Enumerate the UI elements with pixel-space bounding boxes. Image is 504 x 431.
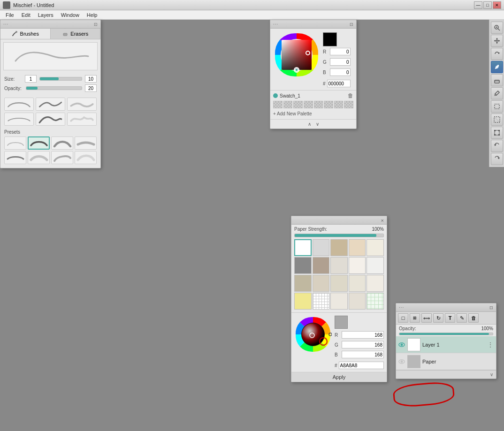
preset-8[interactable] bbox=[75, 151, 97, 164]
paper-layer-visibility[interactable] bbox=[398, 358, 405, 365]
preset-3[interactable] bbox=[51, 136, 73, 150]
paper-r-input[interactable] bbox=[342, 331, 384, 339]
hex-input[interactable] bbox=[327, 80, 351, 87]
canvas-area[interactable]: ··· ⊡ Brushes Erasers bbox=[0, 20, 504, 431]
texture-8[interactable] bbox=[330, 293, 348, 310]
layer-tool-move[interactable]: ⟺ bbox=[421, 313, 432, 323]
texture-light-tan[interactable] bbox=[349, 239, 366, 256]
preset-1[interactable] bbox=[4, 136, 26, 150]
texture-9[interactable] bbox=[349, 293, 366, 310]
preset-4[interactable] bbox=[75, 136, 97, 150]
stroke-sample-2[interactable] bbox=[36, 98, 65, 111]
layer-item-paper[interactable]: Paper bbox=[396, 353, 496, 370]
paper-color-wheel[interactable] bbox=[294, 316, 332, 353]
layers-opacity-slider[interactable] bbox=[399, 333, 493, 335]
layers-collapse-button[interactable]: ∨ bbox=[490, 372, 493, 377]
texture-7[interactable] bbox=[367, 275, 384, 292]
texture-speckled2[interactable] bbox=[313, 275, 330, 292]
preset-6[interactable] bbox=[28, 151, 50, 164]
layer-tool-rotate[interactable]: ↻ bbox=[433, 313, 443, 323]
opacity-input[interactable] bbox=[85, 84, 97, 92]
stroke-sample-4[interactable] bbox=[4, 113, 34, 126]
texture-6[interactable] bbox=[349, 275, 366, 292]
r-input[interactable] bbox=[330, 48, 351, 55]
tool-eraser-rt[interactable] bbox=[491, 74, 503, 86]
texture-dark-gray[interactable] bbox=[294, 257, 312, 274]
paper-strength-slider[interactable] bbox=[294, 234, 384, 237]
layer-tool-duplicate[interactable]: ⊠ bbox=[410, 313, 420, 323]
texture-grid-2[interactable] bbox=[367, 293, 384, 310]
swatch-delete-button[interactable]: 🗑 bbox=[348, 92, 353, 99]
tool-eyedropper[interactable] bbox=[491, 87, 503, 99]
menu-help[interactable]: Help bbox=[83, 11, 101, 19]
opacity-slider[interactable] bbox=[26, 86, 82, 90]
tool-rotate-canvas[interactable] bbox=[491, 48, 503, 60]
preset-2[interactable] bbox=[28, 136, 50, 150]
layer-1-more-button[interactable]: ⋮ bbox=[487, 341, 494, 348]
swatch-cell-7[interactable] bbox=[334, 101, 344, 108]
texture-medium-gray[interactable] bbox=[313, 257, 330, 274]
size-slider[interactable] bbox=[39, 77, 82, 81]
size-max-input[interactable] bbox=[85, 75, 97, 83]
layer-tool-text[interactable]: T bbox=[445, 313, 455, 323]
paper-panel-close-button[interactable]: × bbox=[381, 218, 384, 223]
swatch-cell-4[interactable] bbox=[304, 101, 313, 108]
texture-white[interactable] bbox=[294, 239, 312, 256]
swatch-cell-6[interactable] bbox=[324, 101, 333, 108]
texture-speckled[interactable] bbox=[330, 257, 348, 274]
swatch-cell-8[interactable] bbox=[344, 101, 353, 108]
stroke-sample-6[interactable] bbox=[67, 113, 97, 126]
preset-7[interactable] bbox=[51, 151, 73, 164]
add-palette-button[interactable]: + Add New Palette bbox=[273, 110, 353, 117]
texture-cream[interactable] bbox=[367, 239, 384, 256]
tool-transform[interactable] bbox=[491, 127, 503, 139]
swatch-nav-up[interactable]: ∧ bbox=[308, 121, 311, 127]
tool-undo[interactable] bbox=[491, 140, 503, 152]
color-wheel[interactable] bbox=[273, 31, 320, 78]
tool-rect-select[interactable] bbox=[491, 100, 503, 113]
paper-layer-more-button[interactable] bbox=[487, 358, 494, 365]
minimize-button[interactable]: — bbox=[474, 1, 482, 9]
layer-1-visibility[interactable] bbox=[398, 341, 405, 348]
menu-layers[interactable]: Layers bbox=[34, 11, 57, 19]
texture-5[interactable] bbox=[330, 275, 348, 292]
tab-erasers[interactable]: Erasers bbox=[51, 29, 101, 39]
tool-pan[interactable] bbox=[491, 35, 503, 47]
tool-zoom[interactable] bbox=[491, 22, 503, 34]
texture-white2[interactable] bbox=[349, 257, 366, 274]
b-input[interactable] bbox=[330, 68, 351, 76]
menu-edit[interactable]: Edit bbox=[18, 11, 34, 19]
preset-5[interactable] bbox=[4, 151, 26, 164]
tool-redo[interactable] bbox=[491, 153, 503, 165]
paper-apply-button[interactable]: Apply bbox=[291, 372, 387, 382]
stroke-sample-3[interactable] bbox=[67, 98, 97, 111]
texture-grid-1[interactable] bbox=[313, 293, 330, 310]
swatch-nav-down[interactable]: ∨ bbox=[316, 121, 319, 127]
size-min-input[interactable] bbox=[25, 75, 37, 83]
menu-file[interactable]: File bbox=[2, 11, 18, 19]
brush-panel-collapse[interactable]: ⊡ bbox=[94, 22, 98, 27]
close-button[interactable]: ✕ bbox=[493, 1, 501, 9]
layer-tool-edit[interactable]: ✎ bbox=[457, 313, 467, 323]
swatch-cell-3[interactable] bbox=[293, 101, 303, 108]
stroke-sample-5[interactable] bbox=[36, 113, 65, 126]
texture-yellow[interactable] bbox=[294, 293, 312, 310]
tool-lasso[interactable] bbox=[491, 113, 503, 126]
texture-rough[interactable] bbox=[294, 275, 312, 292]
tool-pen[interactable] bbox=[491, 61, 503, 73]
color-panel-collapse[interactable]: ⊡ bbox=[350, 22, 353, 27]
swatch-cell-5[interactable] bbox=[314, 101, 323, 108]
paper-hex-input[interactable] bbox=[339, 362, 384, 369]
layer-tool-new[interactable]: □ bbox=[398, 313, 408, 323]
layer-tool-delete[interactable]: 🗑 bbox=[468, 313, 479, 323]
menu-window[interactable]: Window bbox=[57, 11, 83, 19]
paper-g-input[interactable] bbox=[342, 341, 384, 348]
layer-item-1[interactable]: Layer 1 ⋮ bbox=[396, 336, 496, 353]
swatch-cell-1[interactable] bbox=[273, 101, 283, 108]
g-input[interactable] bbox=[330, 58, 351, 66]
stroke-sample-1[interactable] bbox=[4, 98, 34, 111]
texture-light-gray[interactable] bbox=[313, 239, 330, 256]
paper-b-input[interactable] bbox=[342, 351, 384, 358]
texture-tan[interactable] bbox=[330, 239, 348, 256]
tab-brushes[interactable]: Brushes bbox=[0, 29, 51, 39]
